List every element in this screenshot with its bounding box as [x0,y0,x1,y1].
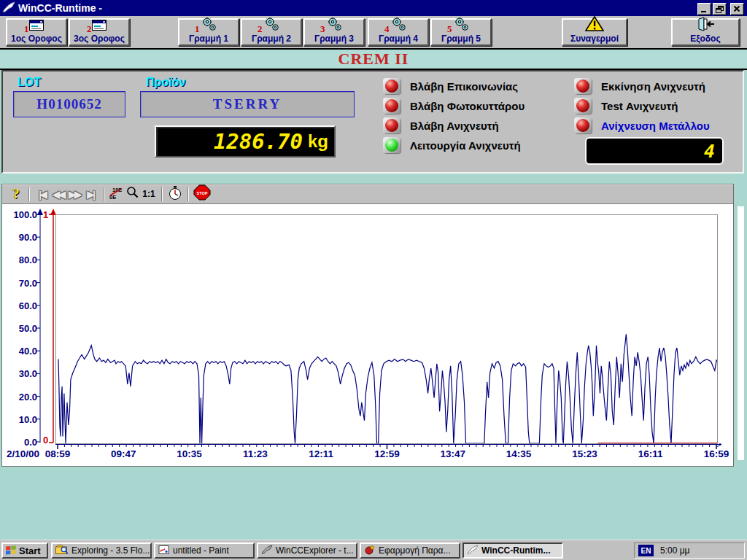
led-pedestal [574,98,592,114]
plot-area [55,214,718,444]
x-axis-label: 11:23 [243,448,268,459]
prev-icon[interactable]: ◀◀ [50,186,66,203]
toolbar-button-γραμμή-3[interactable]: 3Γραμμή 3 [303,18,365,46]
toolbar-button-εξοδος[interactable]: Εξοδος [671,18,740,46]
metal-count-display: 4 [585,137,724,165]
banner: CREM II [0,50,747,70]
toolbar-button-γραμμή-4[interactable]: 4Γραμμή 4 [368,18,429,46]
indicator-label: Test Ανιχνευτή [601,100,678,112]
system-tray: EN 5:00 μμ [634,542,745,559]
indicator-label: Βλάβη Επικοινωνίας [410,80,518,93]
restore-button[interactable] [713,3,727,15]
y-axes [33,209,58,449]
toolbar-button-συναγερμοί[interactable]: Συναγερμοί [562,18,627,46]
exit-icon [696,17,715,34]
indicator-label: Βλάβη Ανιχνευτή [410,120,499,132]
start-button[interactable]: Start [1,542,48,559]
runtime-icon [467,545,479,556]
magnify-icon[interactable] [125,186,141,203]
stop-icon[interactable]: STOP [193,186,211,203]
x-axis-label: 15:23 [572,448,597,459]
gears-icon [325,17,343,34]
toolbar-button-label: 3ος Οροφος [74,34,125,44]
scale-icon[interactable]: 10E0E [109,186,125,203]
toolbar-button-1ος-οροφος[interactable]: 11ος Οροφος [6,18,67,46]
indicator-label: Ανίχνευση Μετάλλου [601,120,710,132]
screen-icon [92,20,107,34]
toolbar-button-label: Γραμμή 3 [314,34,354,44]
screen-icon [29,20,44,34]
indicator-row: Ανίχνευση Μετάλλου [574,117,710,134]
x-axis-label: 12:11 [309,448,333,459]
clock[interactable]: 5:00 μμ [660,545,690,556]
toolbar-button-3ος-οροφος[interactable]: 23ος Οροφος [69,18,130,46]
weight-display: 1286.70 kg [155,125,336,158]
taskbar-button-3[interactable]: WinCCExplorer - t... [257,542,357,559]
toolbar-button-label: Γραμμή 5 [441,34,481,44]
lot-value-box: H0100652 [13,91,125,117]
toolbar-button-label: Εξοδος [690,34,720,44]
led-pedestal [383,98,400,114]
toolbar-separator [28,187,30,201]
toolbar-button-γραμμή-5[interactable]: 5Γραμμή 5 [430,18,492,46]
badge-number: 3 [320,23,325,35]
led-green-icon [385,139,398,152]
weight-unit: kg [308,131,328,152]
wincc-explorer-icon [261,545,273,556]
nav-glyph: ▶| [87,189,94,200]
led-red-icon [385,79,398,93]
trend-widget: ?|◀◀◀▶▶▶|10E0E1:1STOP 100.090.080.070.06… [1,184,734,467]
toolbar-button-γραμμή-1[interactable]: 1Γραμμή 1 [178,18,239,46]
taskbar: Start Exploring - 3.5 Flo...untitled - P… [0,540,747,560]
app-icon [364,545,376,557]
x-axis-label: 16:11 [638,448,663,459]
help-icon[interactable]: ? [8,186,24,203]
one-to-one-icon[interactable]: 1:1 [141,186,157,203]
badge-number: 4 [384,23,390,35]
minimize-button[interactable] [697,3,711,15]
indicator-row: Λειτουργία Ανιχνευτή [383,136,521,154]
magnify-icon [125,186,140,202]
taskbar-button-5[interactable]: WinCC-Runtim... [462,542,563,559]
right-y-axis-label: 1 [43,209,48,220]
trend-toolbar: ?|◀◀◀▶▶▶|10E0E1:1STOP [2,184,733,204]
led-pedestal [574,78,592,94]
toolbar-separator [161,187,163,201]
svg-text:10E: 10E [112,187,122,193]
last-icon[interactable]: ▶| [82,186,98,203]
toolbar-button-γραμμή-2[interactable]: 2Γραμμή 2 [241,18,302,46]
timer-icon[interactable] [167,186,183,203]
taskbar-button-1[interactable]: Exploring - 3.5 Flo... [51,542,152,559]
nav-glyph: |◀ [39,189,46,200]
taskbar-button-4[interactable]: Εφαρμογή Παρα... [360,542,460,559]
close-button[interactable] [730,3,744,15]
led-red-icon [576,79,589,93]
x-axis-label: 09:47 [111,448,136,459]
gears-icon [263,17,280,34]
toolbar-button-label: Γραμμή 2 [252,34,291,44]
alarm-icon [585,16,604,34]
main-toolbar: 11ος Οροφος23ος Οροφος1Γραμμή 12Γραμμή 2… [0,16,747,50]
led-pedestal [574,117,592,133]
indicator-row: Test Ανιχνευτή [574,97,678,114]
timer-icon [169,185,182,203]
toolbar-separator [187,187,189,201]
indicator-label: Εκκίνηση Ανιχνευτή [601,80,705,93]
nav-glyph: ◀◀ [53,189,64,200]
taskbar-button-label: WinCC-Runtim... [481,545,551,556]
indicator-row: Βλάβη Φωτοκυττάρου [383,97,525,114]
gears-icon [390,17,407,34]
next-icon[interactable]: ▶▶ [66,186,82,203]
scale-icon: 10E0E [109,186,125,203]
taskbar-button-2[interactable]: untitled - Paint [154,542,255,559]
explorer-icon [55,544,69,557]
toolbar-separator [103,187,104,201]
title-bar[interactable]: WinCC-Runtime - [0,0,747,16]
x-axis-label: 12:59 [374,448,400,459]
indicator-label: Βλάβη Φωτοκυττάρου [410,100,525,112]
paint-icon [158,545,170,557]
indicator-row: Βλάβη Επικοινωνίας [383,77,518,95]
language-indicator[interactable]: EN [638,545,654,556]
taskbar-button-label: Εφαρμογή Παρα... [379,545,451,556]
first-icon[interactable]: |◀ [34,186,50,203]
